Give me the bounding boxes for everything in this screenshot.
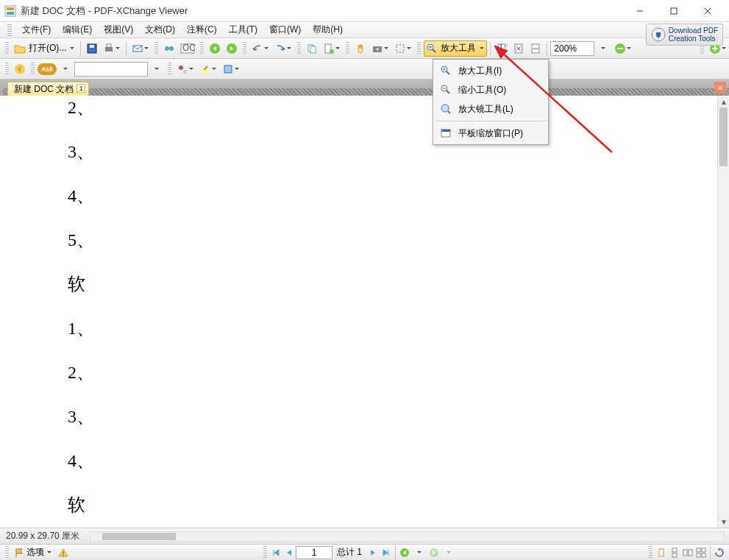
- loupe-icon: [439, 102, 452, 116]
- document-viewport[interactable]: 2、3、4、5、软1、2、3、4、软使: [0, 96, 717, 528]
- toolbar-grip[interactable]: [7, 24, 12, 36]
- svg-rect-54: [441, 130, 450, 132]
- highlight-button[interactable]: [197, 61, 219, 77]
- scroll-thumb[interactable]: [719, 107, 728, 166]
- ocr-icon: OCR: [180, 43, 195, 54]
- first-page-button[interactable]: [269, 546, 282, 559]
- hand-tool-button[interactable]: [352, 40, 369, 57]
- menu-comments[interactable]: 注释(C): [181, 22, 223, 38]
- toolbar-grip[interactable]: [243, 42, 246, 55]
- nav-back-drop[interactable]: [411, 545, 427, 561]
- note-button[interactable]: [220, 61, 242, 77]
- nav-back-icon: [14, 63, 26, 75]
- menu-file[interactable]: 文件(F): [16, 22, 57, 38]
- toolbar-grip[interactable]: [5, 42, 9, 55]
- warning-indicator[interactable]: [55, 547, 71, 558]
- menu-magnifier-tool[interactable]: 放大镜工具(L): [435, 99, 547, 118]
- actual-size-button[interactable]: 1:1: [494, 40, 510, 57]
- svg-rect-67: [697, 553, 700, 557]
- maximize-button[interactable]: [657, 0, 691, 22]
- fit-page-button[interactable]: [511, 40, 527, 57]
- history-back-button[interactable]: [249, 40, 271, 57]
- save-button[interactable]: [84, 40, 100, 57]
- snapshot-button[interactable]: [369, 40, 391, 57]
- toolbar-grip[interactable]: [5, 63, 9, 76]
- toolbar-grip[interactable]: [5, 546, 9, 559]
- svg-rect-11: [107, 44, 111, 47]
- svg-point-22: [330, 49, 334, 54]
- layout-continuous-button[interactable]: [668, 546, 681, 559]
- toolbar-grip[interactable]: [31, 63, 35, 76]
- close-all-tabs-button[interactable]: ✕: [714, 82, 726, 93]
- print-button[interactable]: [101, 40, 123, 57]
- toolbar-grip[interactable]: [297, 42, 301, 55]
- open-button[interactable]: 打开(O)...: [12, 40, 77, 57]
- menu-document[interactable]: 文档(D): [139, 22, 181, 38]
- prev-page-button[interactable]: [282, 546, 296, 559]
- layout-single-button[interactable]: [655, 546, 668, 559]
- history-forward-button[interactable]: [272, 40, 294, 57]
- toolbar-grip[interactable]: [346, 42, 349, 55]
- close-button[interactable]: [691, 0, 725, 22]
- layout-facing-continuous-button[interactable]: [694, 546, 708, 559]
- toolbar-grip[interactable]: [649, 546, 652, 559]
- select-tool-button[interactable]: [392, 40, 414, 57]
- ask-icon: Ask: [38, 63, 57, 75]
- zoom-combo[interactable]: 200%: [550, 41, 594, 56]
- fit-width-button[interactable]: [527, 40, 544, 57]
- toolbar-grip[interactable]: [263, 546, 267, 559]
- fit-width-icon: [530, 43, 541, 54]
- options-button[interactable]: 选项: [11, 546, 55, 559]
- search-drop[interactable]: [149, 61, 165, 77]
- menu-tools[interactable]: 工具(T): [223, 22, 263, 38]
- scroll-down-button[interactable]: ▾: [718, 516, 729, 528]
- redo-button[interactable]: [224, 40, 240, 57]
- menu-zoom-in-tool[interactable]: 放大工具(I): [435, 61, 547, 80]
- copy-button[interactable]: [304, 40, 320, 57]
- svg-rect-63: [683, 550, 687, 556]
- layout-facing-button[interactable]: [681, 546, 694, 559]
- ocr-button[interactable]: OCR: [178, 40, 197, 57]
- search-combo[interactable]: [74, 62, 148, 77]
- next-page-button[interactable]: [366, 546, 380, 559]
- toolbar-grip[interactable]: [154, 42, 158, 55]
- toolbar-grip[interactable]: [417, 42, 421, 55]
- menu-view[interactable]: 视图(V): [98, 22, 139, 38]
- svg-text:1:1: 1:1: [499, 43, 508, 53]
- zoom-out-button[interactable]: [612, 40, 634, 57]
- nav-forward-drop[interactable]: [441, 545, 457, 561]
- zoom-combo-drop[interactable]: [595, 40, 611, 57]
- minimize-button[interactable]: [623, 0, 657, 22]
- document-text-line: 软: [68, 272, 717, 296]
- scroll-up-button[interactable]: ▴: [718, 96, 729, 107]
- new-doc-button[interactable]: [321, 40, 343, 57]
- find-button[interactable]: [161, 40, 177, 57]
- scroll-thumb[interactable]: [102, 533, 176, 540]
- zoom-tool-button[interactable]: 放大工具: [424, 40, 487, 57]
- page-number-input[interactable]: [296, 546, 333, 559]
- document-tab-bar: 新建 DOC 文档 1 ✕: [0, 79, 729, 96]
- highlighter-icon: [199, 63, 211, 75]
- menu-window[interactable]: 窗口(W): [263, 22, 307, 38]
- menu-edit[interactable]: 编辑(E): [57, 22, 98, 38]
- ask-drop[interactable]: [57, 61, 74, 77]
- stamp-button[interactable]: [174, 61, 196, 77]
- toolbar-grip[interactable]: [168, 63, 171, 76]
- previous-view-button[interactable]: [12, 61, 28, 77]
- download-pdf-tools-button[interactable]: Download PDFCreation Tools: [646, 24, 723, 46]
- redo-arrow-icon: [274, 43, 286, 54]
- horizontal-scrollbar[interactable]: [90, 531, 725, 542]
- svg-rect-41: [183, 70, 187, 74]
- nav-forward-button[interactable]: [427, 546, 441, 559]
- undo-button[interactable]: [207, 40, 223, 57]
- nav-back-button[interactable]: [398, 546, 411, 559]
- rotate-button[interactable]: [713, 546, 726, 559]
- last-page-button[interactable]: [380, 546, 393, 559]
- email-button[interactable]: [129, 40, 152, 57]
- menu-zoom-out-tool[interactable]: 缩小工具(O): [435, 80, 547, 99]
- toolbar-grip[interactable]: [200, 42, 204, 55]
- vertical-scrollbar[interactable]: ▴ ▾: [717, 96, 729, 528]
- menu-help[interactable]: 帮助(H): [307, 22, 349, 38]
- menu-pan-zoom-window[interactable]: 平板缩放窗口(P): [435, 124, 547, 143]
- document-tab[interactable]: 新建 DOC 文档 1: [7, 82, 89, 96]
